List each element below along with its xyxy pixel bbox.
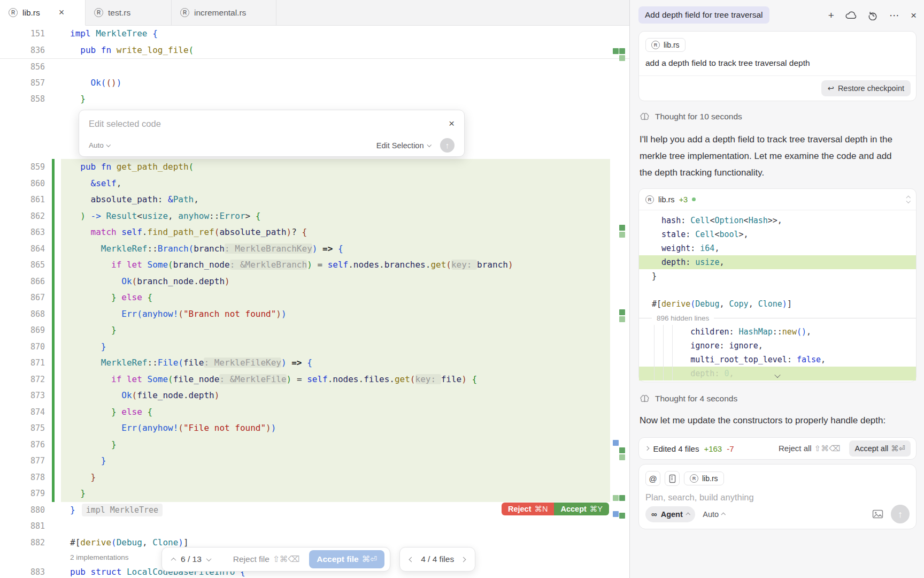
code-line: 867 } else { bbox=[0, 290, 629, 306]
submit-edit-button[interactable]: ↑ bbox=[440, 138, 455, 153]
code-line: 864 MerkleRef::Branch(branch: MerkleBran… bbox=[0, 241, 629, 257]
code-line: 877 } bbox=[0, 453, 629, 469]
tab-incremental-rs[interactable]: R incremental.rs bbox=[172, 0, 276, 25]
tab-test-rs[interactable]: R test.rs bbox=[86, 0, 172, 25]
tab-lib-rs[interactable]: R lib.rs × bbox=[0, 0, 86, 26]
model-auto-dropdown[interactable]: Auto bbox=[703, 510, 725, 519]
show-more-button[interactable] bbox=[772, 370, 783, 381]
edited-files-bar: Edited 4 files +163 -7 Reject all⇧⌘⌫ Acc… bbox=[638, 437, 917, 460]
history-icon[interactable] bbox=[868, 10, 878, 20]
diff-indicator bbox=[619, 232, 625, 238]
diff-code-card: R lib.rs +3 hash: Cell<Option<Hash>>, st… bbox=[638, 188, 917, 382]
message-composer: @ R lib.rs Plan, search, build anything … bbox=[638, 464, 917, 529]
reject-hunk-button[interactable]: Reject⌘N bbox=[502, 503, 555, 515]
attach-image-icon[interactable] bbox=[872, 509, 883, 519]
diff-indicator bbox=[619, 513, 625, 519]
send-button[interactable]: ↑ bbox=[891, 505, 910, 523]
close-popup-icon[interactable]: × bbox=[449, 118, 455, 130]
code-line: 876 } bbox=[0, 437, 629, 453]
diff-code-body: hash: Cell<Option<Hash>>, stale: Cell<bo… bbox=[639, 210, 916, 382]
code-line: 861 absolute_path: &Path, bbox=[0, 192, 629, 208]
diff-indicator bbox=[619, 48, 625, 54]
file-context-chip[interactable]: R lib.rs bbox=[684, 471, 724, 485]
chevron-down-icon bbox=[774, 372, 780, 378]
accept-file-button[interactable]: Accept file⌘⏎ bbox=[309, 550, 384, 568]
code-line: 868 Err(anyhow!("Branch not found")) bbox=[0, 306, 629, 323]
code-line: 857 Ok(()) bbox=[0, 75, 629, 92]
close-panel-icon[interactable]: × bbox=[911, 10, 917, 20]
diff-indicator bbox=[619, 495, 625, 501]
tab-label: incremental.rs bbox=[194, 8, 246, 18]
accept-hunk-button[interactable]: Accept⌘Y bbox=[554, 503, 609, 515]
code-line: #[derive(Debug, Copy, Clone)] bbox=[639, 297, 916, 311]
diff-indicator bbox=[613, 48, 619, 54]
thought-row[interactable]: Thought for 4 seconds bbox=[640, 394, 917, 404]
undo-icon: ↩ bbox=[828, 84, 834, 93]
mention-button[interactable]: @ bbox=[645, 471, 660, 486]
diff-indicator bbox=[619, 225, 625, 231]
code-line: 866 Ok(branch_node.depth) bbox=[0, 273, 629, 290]
thread-title[interactable]: Add depth field for tree traversal bbox=[638, 6, 769, 24]
code-line: 878 } bbox=[0, 469, 629, 486]
code-line: depth: usize, bbox=[639, 255, 916, 269]
thought-row[interactable]: Thought for 10 seconds bbox=[640, 112, 917, 121]
tab-label: test.rs bbox=[108, 8, 130, 18]
agent-mode-dropdown[interactable]: ∞ Agent bbox=[645, 506, 695, 522]
rules-icon[interactable] bbox=[665, 471, 680, 486]
code-line: 151impl MerkleTree { bbox=[0, 26, 629, 42]
rust-file-icon: R bbox=[645, 195, 654, 204]
diff-indicator bbox=[619, 447, 625, 453]
model-mode-dropdown[interactable]: Auto bbox=[89, 141, 110, 149]
rust-file-icon: R bbox=[180, 8, 189, 17]
code-line: multi_root_top_level: false, bbox=[639, 353, 916, 367]
composer-input[interactable]: Plan, search, build anything bbox=[645, 492, 910, 505]
hunk-counter: 6 / 13 bbox=[181, 554, 202, 564]
code-line: 858 } bbox=[0, 91, 629, 108]
reject-file-button[interactable]: Reject file⇧⌘⌫ bbox=[233, 554, 299, 564]
assistant-text: Now let me update the constructors to pr… bbox=[640, 412, 903, 429]
edit-selection-dropdown[interactable]: Edit Selection bbox=[376, 141, 430, 150]
code-line: 874 } else { bbox=[0, 404, 629, 421]
cloud-icon[interactable] bbox=[845, 11, 857, 19]
new-thread-icon[interactable]: + bbox=[828, 10, 834, 20]
code-line: 862 ) -> Result<usize, anyhow::Error> { bbox=[0, 208, 629, 225]
agent-panel: Add depth field for tree traversal + ⋯ ×… bbox=[630, 0, 924, 578]
diff-added-count: +3 bbox=[679, 195, 688, 204]
code-area-top[interactable]: 151impl MerkleTree {836 pub fn write_log… bbox=[0, 26, 629, 108]
more-options-icon[interactable]: ⋯ bbox=[889, 10, 899, 20]
chevron-right-icon[interactable] bbox=[645, 446, 649, 451]
prev-file-icon[interactable] bbox=[409, 557, 414, 562]
code-line: 881 bbox=[0, 518, 629, 535]
user-message-card: R lib.rs add a depth field to track tree… bbox=[638, 31, 917, 101]
reject-all-button[interactable]: Reject all⇧⌘⌫ bbox=[779, 444, 840, 453]
file-context-chip[interactable]: R lib.rs bbox=[645, 38, 686, 52]
restore-checkpoint-button[interactable]: ↩ Restore checkpoint bbox=[821, 80, 911, 96]
code-line: hash: Cell<Option<Hash>>, bbox=[639, 214, 916, 227]
chevron-down-icon bbox=[106, 142, 111, 147]
chevron-up-icon bbox=[686, 513, 690, 517]
code-line: 859 pub fn get_path_depth( bbox=[0, 159, 629, 176]
file-counter: 4 / 4 files bbox=[421, 554, 454, 564]
agent-panel-header: Add depth field for tree traversal + ⋯ × bbox=[638, 5, 917, 25]
diff-indicator bbox=[613, 511, 619, 517]
prev-hunk-icon[interactable] bbox=[171, 557, 176, 562]
edited-files-label[interactable]: Edited 4 files bbox=[653, 444, 699, 453]
edit-code-popup: Edit selected code × Auto Edit Selection… bbox=[79, 110, 465, 157]
infinity-icon: ∞ bbox=[651, 509, 657, 519]
next-hunk-icon[interactable] bbox=[206, 556, 211, 561]
diff-card-header[interactable]: R lib.rs +3 bbox=[639, 189, 916, 210]
tab-bar: R lib.rs × R test.rs R incremental.rs bbox=[0, 0, 629, 26]
expand-collapse-icon[interactable] bbox=[907, 196, 910, 203]
code-line: } bbox=[639, 269, 916, 283]
next-file-icon[interactable] bbox=[461, 557, 466, 562]
code-line: 856 bbox=[0, 58, 629, 75]
file-navigation-pill: 4 / 4 files bbox=[399, 547, 475, 572]
edit-prompt-input[interactable]: Edit selected code bbox=[89, 119, 449, 129]
code-line: 836 pub fn write_log_file( bbox=[0, 42, 629, 59]
lines-added: +163 bbox=[704, 444, 722, 453]
code-line bbox=[639, 283, 916, 297]
diff-indicator bbox=[619, 309, 625, 315]
close-tab-icon[interactable]: × bbox=[59, 7, 65, 18]
diff-indicator bbox=[613, 495, 619, 501]
accept-all-button[interactable]: Accept all⌘⏎ bbox=[849, 440, 911, 457]
